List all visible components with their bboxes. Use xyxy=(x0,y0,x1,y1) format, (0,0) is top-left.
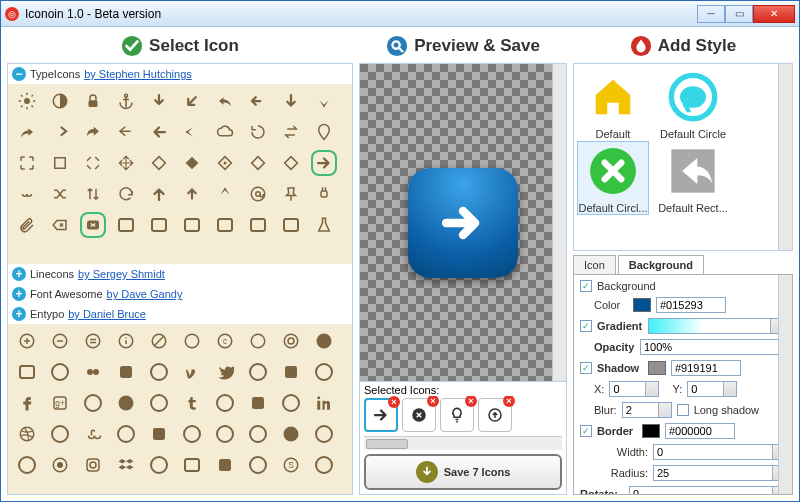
spotify-circle-icon[interactable] xyxy=(313,423,335,445)
arrow-left-bold-icon[interactable] xyxy=(181,121,203,143)
style-preset-default[interactable]: Default xyxy=(578,68,648,140)
backspace-icon[interactable] xyxy=(49,214,71,236)
refresh-diamond-icon[interactable] xyxy=(280,152,302,174)
twitter-sq-icon[interactable] xyxy=(214,361,236,383)
battery-full-icon[interactable] xyxy=(115,214,137,236)
shadow-blur-input[interactable] xyxy=(622,402,672,418)
anchor-icon[interactable] xyxy=(115,90,137,112)
facebook-f-icon[interactable] xyxy=(16,392,38,414)
flask-icon[interactable] xyxy=(313,214,335,236)
plug-icon[interactable] xyxy=(313,183,335,205)
facebook-circle-icon[interactable] xyxy=(313,361,335,383)
evernote-icon[interactable] xyxy=(148,454,170,476)
help-circle-icon[interactable] xyxy=(181,330,203,352)
iconset-author-link[interactable]: by Sergey Shmidt xyxy=(78,268,165,280)
color-swatch[interactable] xyxy=(633,298,651,312)
color-input[interactable] xyxy=(656,297,726,313)
cc-icon[interactable] xyxy=(247,330,269,352)
sync-icon[interactable] xyxy=(115,183,137,205)
cloud-sync-icon[interactable] xyxy=(214,121,236,143)
lastfm-circle-icon[interactable] xyxy=(181,423,203,445)
expand-icon[interactable]: + xyxy=(12,287,26,301)
vimeo-sq-icon[interactable] xyxy=(115,361,137,383)
gradient-picker[interactable] xyxy=(648,318,786,334)
style-preset-default-circle[interactable]: Default Circle xyxy=(658,68,728,140)
copyright-icon[interactable]: c xyxy=(214,330,236,352)
sort-icon[interactable] xyxy=(82,183,104,205)
linkedin-icon[interactable] xyxy=(313,392,335,414)
battery-50-icon[interactable] xyxy=(181,214,203,236)
skype-icon[interactable]: S xyxy=(280,454,302,476)
tumblr-sq-icon[interactable] xyxy=(181,392,203,414)
qq-sq-icon[interactable] xyxy=(16,454,38,476)
arrow-up-icon[interactable] xyxy=(148,183,170,205)
remove-icon[interactable]: × xyxy=(427,396,439,407)
plus-circle-icon[interactable] xyxy=(16,330,38,352)
check-diamond-icon[interactable] xyxy=(247,152,269,174)
selected-icon-3[interactable]: × xyxy=(440,398,474,432)
vimeo-circle-icon[interactable] xyxy=(148,361,170,383)
github-icon[interactable] xyxy=(313,330,335,352)
equals-circle-icon[interactable] xyxy=(82,330,104,352)
move-icon[interactable] xyxy=(115,152,137,174)
googleplus-sq-icon[interactable]: g+ xyxy=(49,392,71,414)
dribbble-circle-icon[interactable] xyxy=(49,423,71,445)
style-preset-default-circle2[interactable]: Default Circl... xyxy=(578,142,648,214)
collapse-arrows-icon[interactable] xyxy=(82,152,104,174)
pinterest-sq-icon[interactable] xyxy=(115,392,137,414)
brightness-icon[interactable] xyxy=(16,90,38,112)
map-marker-icon[interactable] xyxy=(313,121,335,143)
stumbleupon-sq-icon[interactable] xyxy=(82,423,104,445)
spotify-sq-icon[interactable] xyxy=(280,423,302,445)
lock-icon[interactable] xyxy=(82,90,104,112)
close-button[interactable]: ✕ xyxy=(753,5,795,23)
skype-circle-icon[interactable] xyxy=(247,454,269,476)
contrast-icon[interactable] xyxy=(49,90,71,112)
tumblr-circle-icon[interactable] xyxy=(214,392,236,414)
shadow-x-input[interactable] xyxy=(609,381,659,397)
border-swatch[interactable] xyxy=(642,424,660,438)
selected-scrollbar[interactable] xyxy=(364,436,562,450)
target-circle-icon[interactable] xyxy=(280,330,302,352)
shadow-checkbox[interactable] xyxy=(580,362,592,374)
iconset-author-link[interactable]: by Daniel Bruce xyxy=(68,308,146,320)
puzzle-icon[interactable] xyxy=(49,152,71,174)
linkedin-circle-icon[interactable] xyxy=(280,392,302,414)
pin-icon[interactable] xyxy=(280,183,302,205)
battery-25-icon[interactable] xyxy=(214,214,236,236)
collapse-icon[interactable]: − xyxy=(12,67,26,81)
selected-icon-2[interactable]: × xyxy=(402,398,436,432)
renren-icon[interactable] xyxy=(313,454,335,476)
titlebar[interactable]: ◎ Iconoin 1.0 - Beta version ─ ▭ ✕ xyxy=(1,1,799,27)
rotate-input[interactable] xyxy=(629,486,786,495)
battery-75-icon[interactable] xyxy=(148,214,170,236)
lastfm-sq-icon[interactable] xyxy=(148,423,170,445)
share-arrow-icon[interactable] xyxy=(82,121,104,143)
instagram-icon[interactable] xyxy=(82,454,104,476)
skype-sq-icon[interactable] xyxy=(214,454,236,476)
border-checkbox[interactable] xyxy=(580,425,592,437)
iconset-author-link[interactable]: by Dave Gandy xyxy=(107,288,183,300)
flickr-dots-icon[interactable] xyxy=(82,361,104,383)
back-thin-icon[interactable] xyxy=(115,121,137,143)
arrow-down-thin-icon[interactable] xyxy=(280,90,302,112)
preview-scrollbar[interactable] xyxy=(552,64,566,381)
stumbleupon-circle-icon[interactable] xyxy=(115,423,137,445)
slash-circle-icon[interactable] xyxy=(148,330,170,352)
remove-icon[interactable]: × xyxy=(503,396,515,407)
shadow-y-input[interactable] xyxy=(687,381,737,397)
arrow-left-icon[interactable] xyxy=(148,121,170,143)
iconset-header-fontawesome[interactable]: + Font Awesome by Dave Gandy xyxy=(8,284,352,304)
selected-icon-4[interactable]: × xyxy=(478,398,512,432)
expand-icon[interactable]: + xyxy=(12,307,26,321)
info-circle-icon[interactable] xyxy=(115,330,137,352)
arrow-up-bold-icon[interactable] xyxy=(214,183,236,205)
border-width-input[interactable] xyxy=(653,444,786,460)
twitter-circle-icon[interactable] xyxy=(247,361,269,383)
dropbox-icon[interactable] xyxy=(115,454,137,476)
iconset-author-link[interactable]: by Stephen Hutchings xyxy=(84,68,192,80)
expand-icon[interactable]: + xyxy=(12,267,26,281)
upload-icon[interactable] xyxy=(181,183,203,205)
style-preset-default-rect[interactable]: Default Rect... xyxy=(658,142,728,214)
remove-icon[interactable]: × xyxy=(465,396,477,407)
